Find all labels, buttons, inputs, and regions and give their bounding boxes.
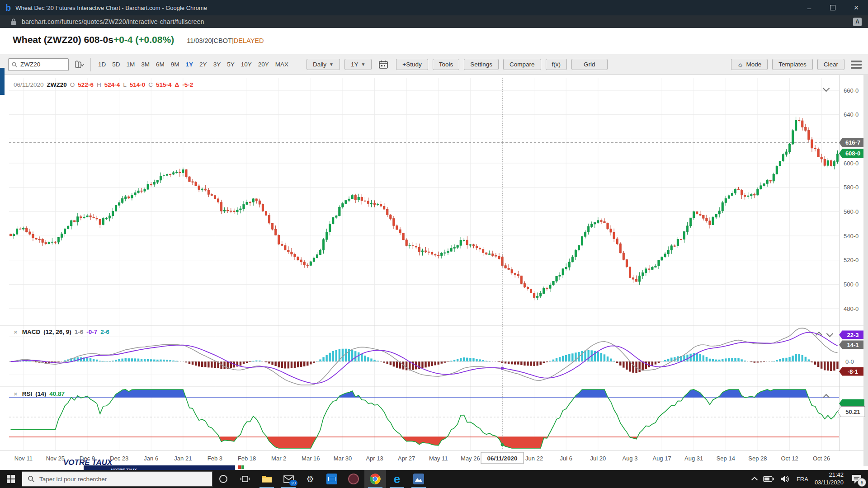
gear-icon: ⚙ [306,475,314,483]
legend-part: RSI [22,390,33,397]
minimize-button[interactable]: – [797,0,821,15]
search-icon [12,62,17,67]
legend-part: C [148,81,153,88]
tray-expand-icon[interactable] [751,477,758,483]
taskbar-clock[interactable]: 21:42 03/11/2020 [815,471,844,487]
ad-banner: VOTRE TAUX [84,465,235,470]
app-blue-button[interactable] [321,470,343,488]
frequency-select[interactable]: Daily▼ [307,59,340,70]
price-change: +0-4 (+0.08%) [113,34,174,45]
link-symbol-icon[interactable] [74,61,84,69]
file-explorer-button[interactable] [256,470,278,488]
range-10y[interactable]: 10Y [241,61,252,68]
settings-button[interactable]: Settings [464,59,499,70]
range-1d[interactable]: 1D [98,61,106,68]
svg-text:608-0: 608-0 [845,150,860,157]
svg-text:Mar 16: Mar 16 [302,455,320,462]
range-20y[interactable]: 20Y [258,61,269,68]
legend-part: MACD [22,328,41,335]
windows-taskbar: Taper ici pour rechercher 20 ⚙ [0,470,868,488]
legend-part: 522-6 [78,81,94,88]
app-round-button[interactable] [343,470,364,488]
ohlc-legend: 06/11/2020ZWZ20O522-6H524-4L514-0C515-4Δ… [14,81,196,88]
templates-button[interactable]: Templates [772,59,813,70]
close-button[interactable]: × [844,0,868,15]
legend-part: L [123,81,127,88]
svg-text:600-0: 600-0 [844,160,859,167]
language-indicator[interactable]: FRA [797,476,808,483]
f-x--button[interactable]: f(x) [546,59,567,70]
url-text[interactable]: barchart.com/futures/quotes/ZWZ20/intera… [22,18,204,25]
svg-text:Oct 26: Oct 26 [813,455,830,462]
range-1y[interactable]: 1Y [186,61,193,68]
svg-text:Mar 30: Mar 30 [334,455,352,462]
legend-part: 524-4 [104,81,120,88]
legend-part: -0-7 [86,328,97,335]
lock-icon [11,19,16,25]
range-6m[interactable]: 6M [156,61,165,68]
round-app-icon [348,474,359,484]
symbol-search[interactable] [8,58,69,71]
range-max[interactable]: MAX [275,61,288,68]
svg-text:520-0: 520-0 [844,257,859,263]
svg-text:Nov 25: Nov 25 [46,455,65,462]
svg-text:-8-1: -8-1 [848,368,858,375]
mode-button[interactable]: ☼Mode [731,59,768,70]
timeframe-ranges: 1D5D1M3M6M9M1Y2Y3Y5Y10Y20YMAX [98,61,295,68]
task-view-button[interactable] [234,470,256,488]
edge-button[interactable]: e [386,470,408,488]
svg-text:Feb 3: Feb 3 [208,455,222,462]
svg-text:Sep 14: Sep 14 [717,455,735,462]
compare-button[interactable]: Compare [503,59,541,70]
translate-icon[interactable]: A [853,18,862,26]
clear-button[interactable]: Clear [817,59,844,70]
legend-part: Δ [175,81,179,88]
period-select[interactable]: 1Y▼ [344,59,372,70]
menu-icon[interactable] [851,61,862,69]
svg-text:660-0: 660-0 [844,87,859,94]
address-bar[interactable]: barchart.com/futures/quotes/ZWZ20/intera… [0,15,868,28]
range-5y[interactable]: 5Y [227,61,235,68]
svg-text:50.21: 50.21 [845,408,860,415]
mail-button[interactable]: 20 [278,470,299,488]
grid-button[interactable]: Grid [571,59,608,70]
range-2y[interactable]: 2Y [199,61,207,68]
svg-text:540-0: 540-0 [844,233,859,239]
svg-text:Aug 31: Aug 31 [684,455,703,462]
macd-close-button[interactable]: × [14,328,18,336]
-study-button[interactable]: +Study [396,59,428,70]
chevron-down-icon: ▼ [329,62,334,67]
battery-icon[interactable] [763,476,774,482]
legend-part: 06/11/2020 [14,81,44,88]
calendar-button[interactable] [379,60,388,69]
range-3m[interactable]: 3M [141,61,150,68]
legend-part: ZWZ20 [47,81,67,88]
chrome-icon [369,473,381,485]
rsi-legend: × RSI(14)40.87 [14,390,68,398]
rsi-close-button[interactable]: × [14,390,18,398]
taskbar-search[interactable]: Taper ici pour rechercher [22,471,212,487]
legend-part: -5-2 [182,81,193,88]
notification-center-button[interactable]: 6 [850,472,863,486]
symbol-title: Wheat (ZWZ20) 608-0s [13,34,113,45]
svg-text:616-7: 616-7 [845,139,860,146]
range-3y[interactable]: 3Y [213,61,221,68]
svg-text:Jul 6: Jul 6 [560,455,572,462]
chrome-button[interactable] [364,470,386,488]
range-5d[interactable]: 5D [112,61,120,68]
maximize-button[interactable] [821,0,844,15]
svg-text:Sep 28: Sep 28 [748,455,767,462]
tools-button[interactable]: Tools [433,59,460,70]
speaker-icon[interactable] [780,475,790,483]
folder-icon [261,474,272,483]
photos-button[interactable] [408,470,429,488]
legend-part: (14) [35,390,46,397]
symbol-input[interactable] [19,61,65,68]
cortana-button[interactable] [212,470,234,488]
range-1m[interactable]: 1M [127,61,135,68]
price-chart-canvas[interactable]: 660-0640-0600-0580-0560-0540-0520-0500-0… [0,75,868,470]
range-9m[interactable]: 9M [171,61,179,68]
start-button[interactable] [0,470,22,488]
sun-icon: ☼ [737,61,744,68]
settings-button[interactable]: ⚙ [299,470,321,488]
